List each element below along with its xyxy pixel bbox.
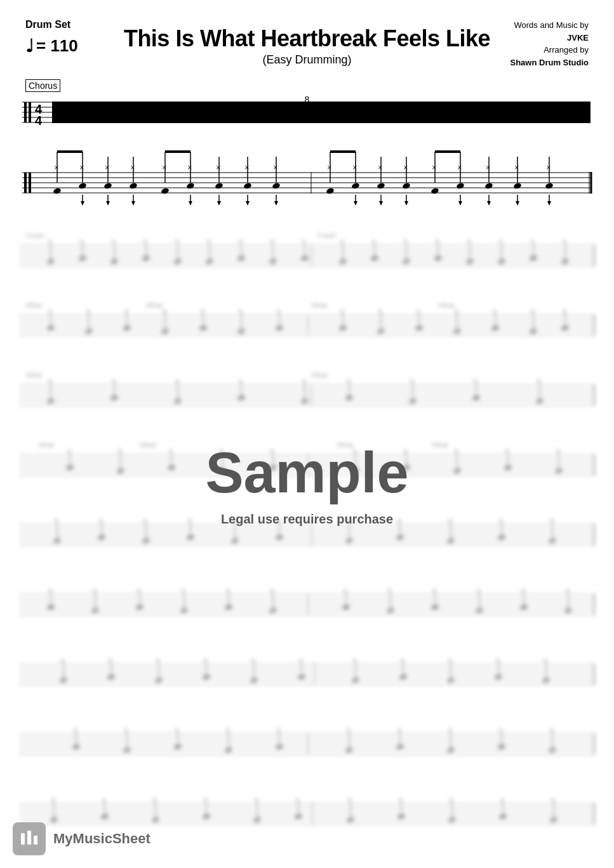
svg-point-249	[472, 394, 481, 402]
svg-marker-91	[458, 201, 462, 206]
svg-point-406	[297, 673, 306, 681]
svg-text:×: ×	[250, 655, 255, 665]
svg-text:×: ×	[225, 725, 230, 735]
svg-text:×: ×	[237, 376, 243, 386]
svg-point-124	[173, 258, 182, 265]
svg-point-309	[97, 534, 106, 541]
svg-point-236	[237, 394, 246, 402]
svg-point-448	[345, 746, 354, 754]
svg-text:×: ×	[142, 516, 147, 525]
svg-text:Hihat: Hihat	[25, 371, 42, 379]
svg-point-143	[370, 254, 379, 262]
svg-text:Hihat: Hihat	[146, 301, 163, 309]
svg-point-99	[513, 182, 522, 190]
svg-text:×: ×	[476, 586, 481, 595]
header-left: Drum Set ♩ = 110	[25, 19, 78, 56]
svg-text:×: ×	[187, 163, 192, 173]
svg-point-152	[465, 258, 474, 265]
svg-text:×: ×	[85, 306, 90, 316]
svg-text:×: ×	[91, 586, 97, 595]
svg-text:×: ×	[561, 306, 566, 316]
svg-text:×: ×	[107, 655, 112, 665]
svg-point-397	[154, 676, 163, 684]
svg-point-70	[351, 182, 360, 190]
watermark-overlay: Sample Legal use requires purchase	[205, 440, 408, 527]
svg-point-473	[100, 813, 109, 820]
svg-point-334	[497, 534, 506, 541]
svg-text:×: ×	[104, 163, 110, 173]
svg-text:×: ×	[352, 163, 357, 173]
svg-text:×: ×	[542, 655, 547, 665]
svg-marker-101	[516, 201, 519, 206]
svg-point-422	[542, 676, 551, 684]
svg-point-204	[453, 327, 462, 335]
svg-text:×: ×	[295, 795, 300, 805]
svg-point-347	[46, 603, 55, 611]
svg-point-306	[53, 537, 62, 544]
svg-text:×: ×	[98, 516, 103, 525]
svg-text:×: ×	[301, 376, 306, 386]
blurred-staff-3: × × × × × × ×	[19, 366, 595, 430]
svg-text:×: ×	[397, 795, 403, 805]
svg-point-233	[173, 397, 182, 405]
svg-text:×: ×	[498, 237, 503, 246]
svg-text:×: ×	[47, 306, 52, 316]
svg-point-312	[142, 537, 150, 544]
section-label-wrapper: Chorus	[19, 79, 595, 93]
svg-point-270	[167, 464, 176, 471]
svg-text:×: ×	[409, 376, 414, 386]
svg-text:×: ×	[101, 795, 106, 805]
svg-point-315	[186, 534, 195, 541]
svg-text:×: ×	[110, 376, 116, 386]
svg-text:×: ×	[237, 237, 243, 246]
svg-point-133	[269, 258, 277, 265]
svg-point-191	[275, 324, 284, 332]
svg-text:×: ×	[550, 795, 555, 805]
svg-point-286	[453, 467, 462, 475]
svg-point-140	[338, 258, 347, 265]
svg-point-391	[59, 676, 68, 684]
svg-text:×: ×	[453, 446, 458, 456]
repeat-number: 8	[305, 95, 310, 105]
svg-marker-82	[404, 201, 408, 206]
svg-point-210	[529, 327, 538, 335]
svg-text:×: ×	[396, 725, 401, 735]
svg-point-359	[224, 603, 233, 611]
svg-point-118	[110, 258, 119, 265]
blurred-staff-8: × × × × × × ×	[19, 715, 595, 779]
svg-text:×: ×	[79, 163, 84, 173]
blurred-staff-6: × × × × × × ×	[19, 575, 595, 639]
tempo-line: ♩ = 110	[25, 36, 78, 56]
svg-marker-53	[217, 201, 221, 206]
mymusicsheet-logo-icon	[13, 822, 46, 855]
svg-point-179	[123, 324, 131, 332]
svg-point-155	[497, 258, 506, 265]
svg-text:×: ×	[155, 655, 160, 665]
svg-point-264	[65, 464, 74, 471]
svg-point-350	[91, 607, 100, 614]
svg-point-246	[408, 397, 417, 405]
svg-point-239	[300, 397, 309, 405]
middle-section: × × × × × × × ×	[19, 227, 595, 798]
svg-point-372	[430, 603, 439, 611]
svg-point-56	[243, 182, 252, 190]
svg-point-182	[161, 327, 170, 335]
svg-point-318	[230, 537, 239, 544]
svg-text:×: ×	[142, 237, 147, 246]
svg-marker-34	[106, 201, 110, 206]
first-staff-row: 8 4 4	[19, 93, 595, 131]
svg-point-104	[545, 182, 554, 190]
svg-point-136	[300, 254, 309, 262]
svg-text:×: ×	[549, 516, 554, 525]
svg-text:×: ×	[301, 237, 306, 246]
drum-notation-svg: × × ×	[19, 138, 595, 220]
svg-point-252	[535, 397, 544, 405]
svg-text:×: ×	[47, 376, 52, 386]
svg-text:×: ×	[399, 655, 404, 665]
logo-svg	[18, 828, 40, 850]
svg-text:×: ×	[53, 516, 58, 525]
svg-text:×: ×	[168, 446, 173, 456]
svg-text:×: ×	[174, 237, 179, 246]
blurred-staff-7: × × × × × × ×	[19, 645, 595, 709]
svg-point-432	[72, 743, 81, 751]
